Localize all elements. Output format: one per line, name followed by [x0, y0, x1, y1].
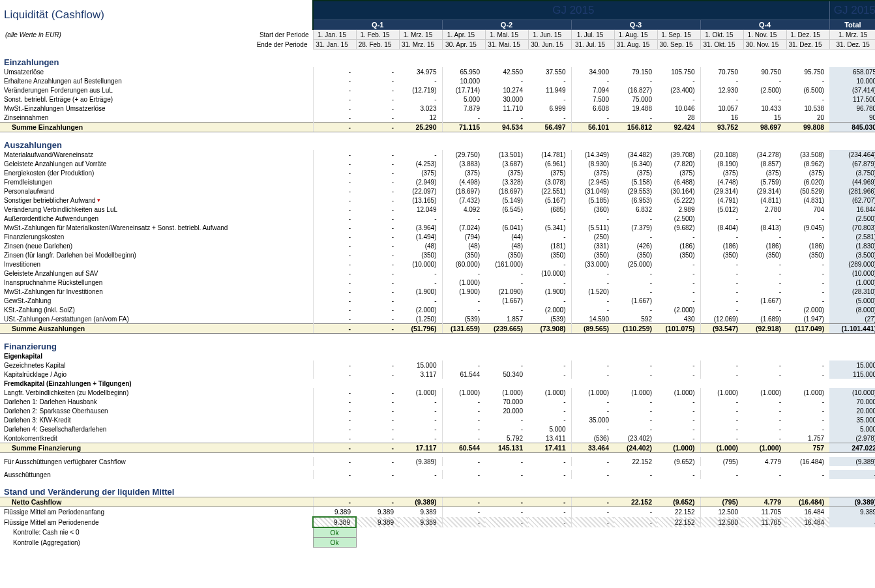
cell[interactable]: 4.092	[442, 205, 485, 214]
cell[interactable]: -	[571, 457, 614, 466]
cell[interactable]: -	[700, 287, 743, 296]
cell[interactable]: -	[528, 360, 571, 370]
cell[interactable]: 35.000	[571, 415, 614, 424]
cell[interactable]: (8.930)	[571, 159, 614, 168]
cell[interactable]: 70.750	[700, 67, 743, 76]
cell[interactable]: -	[356, 150, 399, 159]
cell[interactable]: (110.259)	[614, 324, 657, 334]
cell[interactable]: -	[743, 76, 786, 85]
cell[interactable]: (1.000)	[485, 388, 528, 397]
cell[interactable]: -	[485, 278, 528, 287]
row-total[interactable]: (1.000)	[829, 278, 875, 287]
cell[interactable]: -	[700, 434, 743, 443]
cell[interactable]: (350)	[528, 250, 571, 259]
cell[interactable]: (89.565)	[571, 324, 614, 334]
cell[interactable]: -	[700, 397, 743, 406]
row-total[interactable]: (1.830)	[829, 241, 875, 250]
cell[interactable]: 145.131	[485, 443, 528, 453]
cell[interactable]: (9.389)	[399, 497, 442, 507]
cell[interactable]: -	[786, 76, 829, 85]
cell[interactable]: 99.808	[786, 123, 829, 132]
cell[interactable]: -	[399, 214, 442, 223]
cell[interactable]: 22.152	[614, 457, 657, 466]
cell[interactable]: (1.667)	[743, 296, 786, 305]
cell[interactable]: (375)	[485, 168, 528, 177]
cell[interactable]: 19.488	[614, 104, 657, 113]
cell[interactable]: -	[313, 250, 356, 259]
cell[interactable]: (186)	[786, 241, 829, 250]
cell[interactable]: -	[614, 305, 657, 314]
cell[interactable]: -	[399, 424, 442, 434]
cell[interactable]: -	[313, 67, 356, 76]
cell[interactable]: -	[356, 424, 399, 434]
cell[interactable]: -	[743, 269, 786, 278]
cell[interactable]: 9.389	[399, 517, 442, 527]
cell[interactable]: 105.750	[657, 67, 700, 76]
cell[interactable]: (12.719)	[399, 85, 442, 95]
cell[interactable]: -	[356, 214, 399, 223]
cell[interactable]: (4.253)	[399, 159, 442, 168]
cell[interactable]: -	[442, 517, 485, 527]
cell[interactable]: (10.000)	[399, 259, 442, 269]
cell[interactable]: (9.652)	[657, 497, 700, 507]
cell[interactable]: (161.000)	[485, 259, 528, 269]
cell[interactable]: 6.608	[571, 104, 614, 113]
cell[interactable]: (14.781)	[528, 150, 571, 159]
cell[interactable]: (6.961)	[528, 159, 571, 168]
cell[interactable]: -	[356, 113, 399, 123]
cell[interactable]: 94.534	[485, 123, 528, 132]
cell[interactable]: (186)	[657, 241, 700, 250]
cell[interactable]: -	[399, 95, 442, 104]
row-total[interactable]: (9.389)	[829, 497, 875, 507]
cell[interactable]: -	[743, 278, 786, 287]
cell[interactable]: -	[528, 370, 571, 379]
cell[interactable]: 7.094	[571, 85, 614, 95]
cell[interactable]: 65.950	[442, 67, 485, 76]
cell[interactable]: (22.551)	[528, 186, 571, 196]
cell[interactable]: (39.708)	[657, 150, 700, 159]
cell[interactable]: 34.900	[571, 67, 614, 76]
cell[interactable]: -	[313, 159, 356, 168]
cell[interactable]: (375)	[399, 168, 442, 177]
cell[interactable]: -	[313, 470, 356, 479]
cell[interactable]: -	[313, 497, 356, 507]
cell[interactable]: (1.000)	[700, 443, 743, 453]
cell[interactable]: -	[442, 305, 485, 314]
cell[interactable]: (117.049)	[786, 324, 829, 334]
cell[interactable]: -	[485, 497, 528, 507]
cell[interactable]: (3.964)	[399, 223, 442, 232]
cell[interactable]: (13.501)	[485, 150, 528, 159]
cell[interactable]: -	[313, 186, 356, 196]
cell[interactable]: 22.152	[657, 517, 700, 527]
cell[interactable]: (1.000)	[657, 388, 700, 397]
cell[interactable]: 757	[786, 443, 829, 453]
cell[interactable]: (5.012)	[700, 205, 743, 214]
cell[interactable]: -	[356, 470, 399, 479]
cell[interactable]: -	[442, 406, 485, 415]
cell[interactable]: 28	[657, 113, 700, 123]
cell[interactable]: (5.149)	[485, 196, 528, 205]
cell[interactable]: (350)	[743, 250, 786, 259]
cell[interactable]: 61.544	[442, 370, 485, 379]
cell[interactable]: 79.150	[614, 67, 657, 76]
cell[interactable]: (50.529)	[786, 186, 829, 196]
cell[interactable]: -	[571, 214, 614, 223]
cell[interactable]: -	[571, 296, 614, 305]
cell[interactable]: -	[786, 397, 829, 406]
cell[interactable]: -	[356, 95, 399, 104]
cell[interactable]: 37.550	[528, 67, 571, 76]
cell[interactable]: -	[657, 269, 700, 278]
cell[interactable]: -	[614, 424, 657, 434]
cell[interactable]: (1.900)	[528, 287, 571, 296]
cell[interactable]: -	[313, 314, 356, 324]
cell[interactable]: (44)	[485, 232, 528, 241]
row-total[interactable]: (70.803)	[829, 223, 875, 232]
cell[interactable]: 15	[743, 113, 786, 123]
cell[interactable]: -	[356, 85, 399, 95]
cell[interactable]: 12.049	[399, 205, 442, 214]
cell[interactable]: 98.697	[743, 123, 786, 132]
cell[interactable]: -	[399, 150, 442, 159]
cell[interactable]: 12.500	[700, 507, 743, 518]
cell[interactable]: (6.041)	[485, 223, 528, 232]
cell[interactable]: -	[743, 434, 786, 443]
